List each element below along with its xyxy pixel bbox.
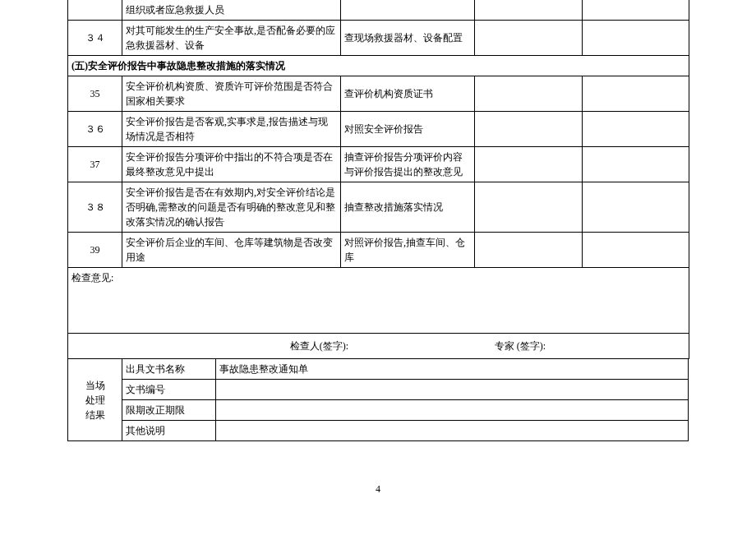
table-row: ３６ 安全评价报告是否客观,实事求是,报告描述与现场情况是否相符 对照安全评价报… [68,112,689,147]
result-row: 文书编号 [68,380,689,400]
cell-method [341,0,475,21]
cell-empty [475,147,583,182]
cell-method: 抽查评价报告分项评价内容与评价报告提出的整改意见 [341,147,475,182]
cell-num: ３６ [68,112,122,147]
opinion-cell: 检查意见: [68,268,689,334]
result-row: 当场 处理 结果 出具文书名称 事故隐患整改通知单 [68,359,689,380]
result-row: 其他说明 [68,421,689,441]
cell-num [68,0,122,21]
cell-empty [475,182,583,233]
cell-num: 39 [68,233,122,268]
cell-num: 35 [68,76,122,112]
result-label: 当场 处理 结果 [68,359,122,441]
cell-num: 37 [68,147,122,182]
cell-empty [583,21,689,56]
cell-empty [475,233,583,268]
table-row: ３４ 对其可能发生的生产安全事故,是否配备必要的应急救援器材、设备 查现场救援器… [68,21,689,56]
cell-method: 抽查整改措施落实情况 [341,182,475,233]
cell-empty [475,21,583,56]
cell-desc: 安全评价报告是否在有效期内,对安全评价结论是否明确,需整改的问题是否有明确的整改… [122,182,341,233]
result-row: 限期改正期限 [68,400,689,421]
cell-empty [475,112,583,147]
table-row: 39 安全评价后企业的车间、仓库等建筑物是否改变用途 对照评价报告,抽查车间、仓… [68,233,689,268]
cell-num: ３８ [68,182,122,233]
signature-cell: 检查人(签字): 专家 (签字): [68,334,689,359]
cell-empty [583,112,689,147]
cell-empty [475,0,583,21]
opinion-row: 检查意见: [68,268,689,334]
signature-row: 检查人(签字): 专家 (签字): [68,334,689,359]
result-value [216,400,689,421]
inspector-sign-label: 检查人(签字): [71,339,355,353]
result-sublabel: 限期改正期限 [122,400,216,421]
result-value [216,421,689,441]
result-table: 当场 处理 结果 出具文书名称 事故隐患整改通知单 文书编号 限期改正期限 其他… [67,359,689,441]
cell-desc: 组织或者应急救援人员 [122,0,341,21]
result-value: 事故隐患整改通知单 [216,359,689,380]
table-row: 35 安全评价机构资质、资质许可评价范围是否符合国家相关要求 查评价机构资质证书 [68,76,689,112]
result-sublabel: 其他说明 [122,421,216,441]
cell-empty [583,233,689,268]
cell-desc: 安全评价机构资质、资质许可评价范围是否符合国家相关要求 [122,76,341,112]
cell-method: 查评价机构资质证书 [341,76,475,112]
table-row: 组织或者应急救援人员 [68,0,689,21]
cell-desc: 对其可能发生的生产安全事故,是否配备必要的应急救援器材、设备 [122,21,341,56]
cell-empty [583,0,689,21]
expert-sign-label: 专家 (签字): [355,339,685,353]
inspection-table: 组织或者应急救援人员 ３４ 对其可能发生的生产安全事故,是否配备必要的应急救援器… [67,0,689,359]
cell-num: ３４ [68,21,122,56]
cell-desc: 安全评价报告是否客观,实事求是,报告描述与现场情况是否相符 [122,112,341,147]
cell-empty [475,76,583,112]
cell-method: 对照评价报告,抽查车间、仓库 [341,233,475,268]
table-row: 37 安全评价报告分项评价中指出的不符合项是否在最终整改意见中提出 抽查评价报告… [68,147,689,182]
result-sublabel: 出具文书名称 [122,359,216,380]
section-5-header: (五)安全评价报告中事故隐患整改措施的落实情况 [68,56,689,76]
cell-empty [583,76,689,112]
section-title: (五)安全评价报告中事故隐患整改措施的落实情况 [68,56,689,76]
cell-empty [583,182,689,233]
result-sublabel: 文书编号 [122,380,216,400]
page-number: 4 [0,483,756,496]
cell-empty [583,147,689,182]
cell-method: 对照安全评价报告 [341,112,475,147]
cell-method: 查现场救援器材、设备配置 [341,21,475,56]
cell-desc: 安全评价后企业的车间、仓库等建筑物是否改变用途 [122,233,341,268]
result-value [216,380,689,400]
table-row: ３８ 安全评价报告是否在有效期内,对安全评价结论是否明确,需整改的问题是否有明确… [68,182,689,233]
cell-desc: 安全评价报告分项评价中指出的不符合项是否在最终整改意见中提出 [122,147,341,182]
